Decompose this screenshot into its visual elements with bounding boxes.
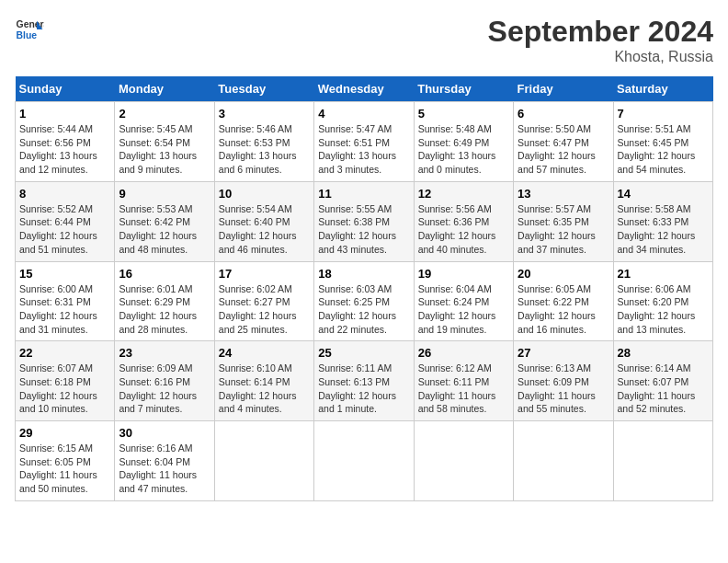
day-number: 20 (518, 267, 609, 281)
day-info: Sunrise: 6:16 AM Sunset: 6:04 PM Dayligh… (119, 442, 210, 496)
day-number: 10 (219, 187, 310, 201)
day-cell: 23Sunrise: 6:09 AM Sunset: 6:16 PM Dayli… (115, 341, 214, 421)
column-header-tuesday: Tuesday (214, 76, 313, 102)
day-cell: 21Sunrise: 6:06 AM Sunset: 6:20 PM Dayli… (613, 261, 712, 341)
day-info: Sunrise: 5:47 AM Sunset: 6:51 PM Dayligh… (318, 122, 409, 177)
location: Khosta, Russia (488, 49, 713, 65)
day-number: 8 (19, 187, 110, 201)
day-info: Sunrise: 5:53 AM Sunset: 6:42 PM Dayligh… (119, 202, 210, 257)
month-title: September 2024 (488, 15, 713, 49)
day-cell: 27Sunrise: 6:13 AM Sunset: 6:09 PM Dayli… (514, 341, 613, 421)
day-cell: 20Sunrise: 6:05 AM Sunset: 6:22 PM Dayli… (514, 261, 613, 341)
column-header-friday: Friday (514, 76, 613, 102)
day-number: 23 (119, 346, 210, 360)
day-info: Sunrise: 6:02 AM Sunset: 6:27 PM Dayligh… (219, 282, 310, 337)
day-cell: 19Sunrise: 6:04 AM Sunset: 6:24 PM Dayli… (414, 261, 513, 341)
day-number: 22 (19, 346, 110, 360)
day-info: Sunrise: 5:48 AM Sunset: 6:49 PM Dayligh… (418, 122, 509, 177)
day-number: 24 (219, 346, 310, 360)
day-info: Sunrise: 5:44 AM Sunset: 6:56 PM Dayligh… (19, 122, 110, 177)
day-cell: 30Sunrise: 6:16 AM Sunset: 6:04 PM Dayli… (115, 421, 214, 501)
day-info: Sunrise: 6:13 AM Sunset: 6:09 PM Dayligh… (518, 362, 609, 416)
day-number: 14 (618, 187, 709, 201)
day-cell: 5Sunrise: 5:48 AM Sunset: 6:49 PM Daylig… (414, 102, 513, 182)
day-number: 17 (219, 267, 310, 281)
day-cell (414, 421, 513, 501)
day-number: 15 (19, 267, 110, 281)
day-info: Sunrise: 5:58 AM Sunset: 6:33 PM Dayligh… (618, 202, 709, 257)
day-cell: 15Sunrise: 6:00 AM Sunset: 6:31 PM Dayli… (16, 261, 115, 341)
page-header: General Blue September 2024 Khosta, Russ… (15, 15, 713, 65)
day-info: Sunrise: 6:12 AM Sunset: 6:11 PM Dayligh… (418, 362, 509, 416)
day-cell: 14Sunrise: 5:58 AM Sunset: 6:33 PM Dayli… (613, 181, 712, 261)
day-cell: 11Sunrise: 5:55 AM Sunset: 6:38 PM Dayli… (314, 181, 414, 261)
day-info: Sunrise: 5:51 AM Sunset: 6:45 PM Dayligh… (618, 122, 709, 177)
day-cell: 16Sunrise: 6:01 AM Sunset: 6:29 PM Dayli… (115, 261, 214, 341)
day-cell (214, 421, 313, 501)
day-cell: 26Sunrise: 6:12 AM Sunset: 6:11 PM Dayli… (414, 341, 513, 421)
day-number: 28 (618, 346, 709, 360)
title-section: September 2024 Khosta, Russia (488, 15, 713, 65)
day-number: 26 (418, 346, 509, 360)
svg-text:Blue: Blue (17, 30, 38, 40)
day-info: Sunrise: 5:45 AM Sunset: 6:54 PM Dayligh… (119, 122, 210, 177)
day-info: Sunrise: 6:11 AM Sunset: 6:13 PM Dayligh… (318, 362, 409, 416)
day-number: 4 (318, 107, 409, 121)
day-number: 13 (518, 187, 609, 201)
day-cell (613, 421, 712, 501)
day-info: Sunrise: 6:10 AM Sunset: 6:14 PM Dayligh… (219, 362, 310, 416)
day-cell (314, 421, 414, 501)
calendar-header-row: SundayMondayTuesdayWednesdayThursdayFrid… (16, 76, 713, 102)
week-row-3: 15Sunrise: 6:00 AM Sunset: 6:31 PM Dayli… (16, 261, 713, 341)
day-cell: 24Sunrise: 6:10 AM Sunset: 6:14 PM Dayli… (214, 341, 313, 421)
day-cell: 28Sunrise: 6:14 AM Sunset: 6:07 PM Dayli… (613, 341, 712, 421)
day-cell: 6Sunrise: 5:50 AM Sunset: 6:47 PM Daylig… (514, 102, 613, 182)
day-number: 11 (318, 187, 409, 201)
day-cell: 29Sunrise: 6:15 AM Sunset: 6:05 PM Dayli… (16, 421, 115, 501)
day-cell: 10Sunrise: 5:54 AM Sunset: 6:40 PM Dayli… (214, 181, 313, 261)
day-number: 12 (418, 187, 509, 201)
day-info: Sunrise: 5:56 AM Sunset: 6:36 PM Dayligh… (418, 202, 509, 257)
day-info: Sunrise: 6:04 AM Sunset: 6:24 PM Dayligh… (418, 282, 509, 337)
day-info: Sunrise: 6:06 AM Sunset: 6:20 PM Dayligh… (618, 282, 709, 337)
day-info: Sunrise: 6:00 AM Sunset: 6:31 PM Dayligh… (19, 282, 110, 337)
logo-icon: General Blue (15, 15, 44, 44)
day-info: Sunrise: 5:55 AM Sunset: 6:38 PM Dayligh… (318, 202, 409, 257)
day-number: 25 (318, 346, 409, 360)
week-row-1: 1Sunrise: 5:44 AM Sunset: 6:56 PM Daylig… (16, 102, 713, 182)
column-header-saturday: Saturday (613, 76, 712, 102)
day-cell: 3Sunrise: 5:46 AM Sunset: 6:53 PM Daylig… (214, 102, 313, 182)
day-number: 19 (418, 267, 509, 281)
column-header-wednesday: Wednesday (314, 76, 414, 102)
day-cell: 22Sunrise: 6:07 AM Sunset: 6:18 PM Dayli… (16, 341, 115, 421)
day-cell: 18Sunrise: 6:03 AM Sunset: 6:25 PM Dayli… (314, 261, 414, 341)
day-cell: 7Sunrise: 5:51 AM Sunset: 6:45 PM Daylig… (613, 102, 712, 182)
day-info: Sunrise: 5:50 AM Sunset: 6:47 PM Dayligh… (518, 122, 609, 177)
day-number: 5 (418, 107, 509, 121)
day-number: 2 (119, 107, 210, 121)
calendar-body: 1Sunrise: 5:44 AM Sunset: 6:56 PM Daylig… (16, 102, 713, 501)
day-info: Sunrise: 6:07 AM Sunset: 6:18 PM Dayligh… (19, 362, 110, 416)
day-number: 6 (518, 107, 609, 121)
week-row-4: 22Sunrise: 6:07 AM Sunset: 6:18 PM Dayli… (16, 341, 713, 421)
logo: General Blue (15, 15, 44, 44)
day-number: 9 (119, 187, 210, 201)
calendar-table: SundayMondayTuesdayWednesdayThursdayFrid… (15, 76, 713, 501)
day-cell: 1Sunrise: 5:44 AM Sunset: 6:56 PM Daylig… (16, 102, 115, 182)
day-cell (514, 421, 613, 501)
day-cell: 2Sunrise: 5:45 AM Sunset: 6:54 PM Daylig… (115, 102, 214, 182)
day-number: 16 (119, 267, 210, 281)
day-info: Sunrise: 5:46 AM Sunset: 6:53 PM Dayligh… (219, 122, 310, 177)
day-cell: 4Sunrise: 5:47 AM Sunset: 6:51 PM Daylig… (314, 102, 414, 182)
day-cell: 12Sunrise: 5:56 AM Sunset: 6:36 PM Dayli… (414, 181, 513, 261)
day-info: Sunrise: 6:03 AM Sunset: 6:25 PM Dayligh… (318, 282, 409, 337)
day-info: Sunrise: 5:57 AM Sunset: 6:35 PM Dayligh… (518, 202, 609, 257)
day-cell: 17Sunrise: 6:02 AM Sunset: 6:27 PM Dayli… (214, 261, 313, 341)
day-number: 7 (618, 107, 709, 121)
day-cell: 25Sunrise: 6:11 AM Sunset: 6:13 PM Dayli… (314, 341, 414, 421)
column-header-sunday: Sunday (16, 76, 115, 102)
column-header-monday: Monday (115, 76, 214, 102)
day-cell: 8Sunrise: 5:52 AM Sunset: 6:44 PM Daylig… (16, 181, 115, 261)
day-number: 30 (119, 426, 210, 440)
day-number: 29 (19, 426, 110, 440)
